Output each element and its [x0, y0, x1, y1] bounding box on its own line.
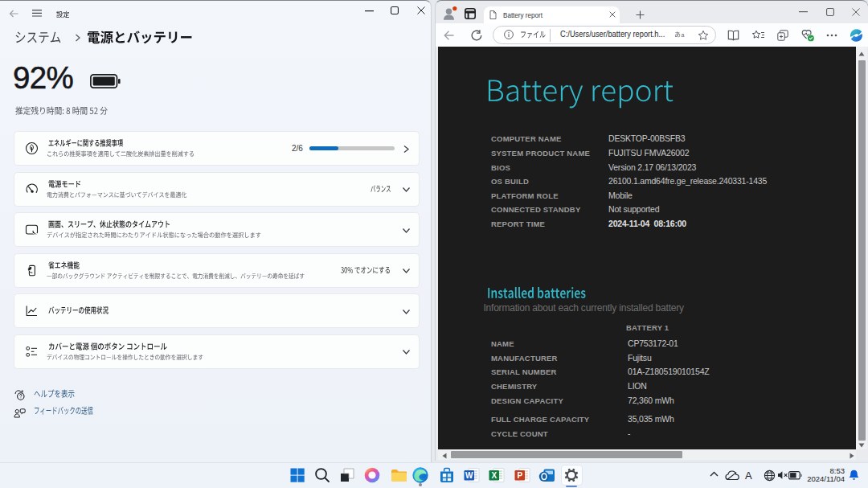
- svg-text:P: P: [517, 471, 522, 480]
- svg-text:W: W: [465, 471, 473, 480]
- svg-text:X: X: [492, 471, 497, 480]
